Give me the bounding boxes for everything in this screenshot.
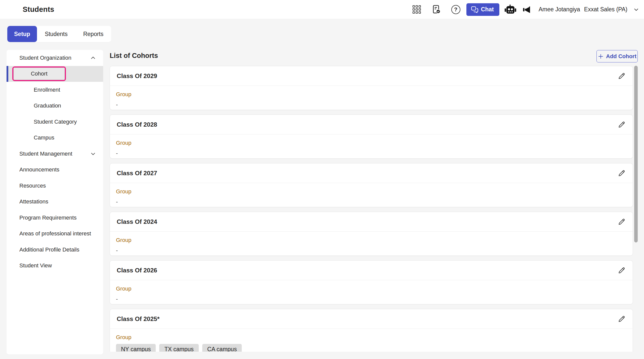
cohort-card: Class Of 2027 Group - [110, 163, 633, 207]
top-bar: Students ? Chat [0, 0, 644, 19]
group-label: Group [116, 334, 633, 341]
add-cohort-button[interactable]: Add Cohort [596, 50, 638, 62]
cohort-list: Class Of 2029 Group - Class Of 2028 Grou… [110, 66, 633, 352]
menu-icon[interactable] [7, 7, 15, 13]
chat-button[interactable]: Chat [466, 3, 499, 16]
group-label: Group [116, 237, 633, 243]
sidebar-section-student-organization[interactable]: Student Organization [7, 50, 103, 66]
topbar-actions: ? Chat [412, 3, 639, 16]
cohort-name: Class Of 2024 [117, 218, 157, 225]
group-chips: NY campus TX campus CA campus [116, 344, 633, 352]
group-label: Group [116, 188, 633, 195]
group-label: Group [116, 91, 633, 98]
group-chip: CA campus [202, 344, 242, 352]
tasks-check-icon[interactable] [432, 5, 441, 14]
tab-setup[interactable]: Setup [7, 26, 37, 42]
cohort-highlight-annotation: Cohort [12, 66, 66, 81]
group-chip: TX campus [159, 344, 198, 352]
chat-bubbles-icon [471, 6, 478, 13]
cohort-name: Class Of 2029 [117, 73, 157, 80]
chevron-up-icon [90, 55, 96, 61]
chevron-down-icon [633, 6, 639, 13]
tab-students[interactable]: Students [37, 26, 75, 42]
group-value: - [116, 150, 633, 157]
sidebar-item-campus[interactable]: Campus [7, 130, 103, 146]
sidebar-item-student-view[interactable]: Student View [7, 258, 103, 274]
apps-grid-icon[interactable] [412, 6, 422, 13]
tab-reports[interactable]: Reports [75, 26, 111, 42]
plus-icon [598, 53, 604, 59]
sidebar-section-student-management[interactable]: Student Management [7, 146, 103, 162]
group-value: - [116, 296, 633, 302]
sidebar-item-resources[interactable]: Resources [7, 178, 103, 194]
group-label: Group [116, 140, 633, 146]
cohort-card: Class Of 2028 Group - [110, 115, 633, 159]
sidebar-item-program-requirements[interactable]: Program Requirements [7, 210, 103, 226]
chat-button-label: Chat [481, 6, 494, 13]
cohort-name: Class Of 2027 [117, 170, 157, 177]
vertical-scrollbar[interactable] [634, 66, 638, 242]
cohort-name: Class Of 2028 [117, 121, 157, 128]
cohort-name: Class Of 2026 [117, 267, 157, 274]
sidebar-item-enrollment[interactable]: Enrollment [7, 82, 103, 98]
account-name: Exxat Sales (PA) [584, 6, 627, 13]
module-tabs: Setup Students Reports [7, 26, 111, 42]
sidebar-item-additional-profile-details[interactable]: Additional Profile Details [7, 242, 103, 258]
megaphone-icon[interactable] [522, 5, 532, 14]
page-title: Students [23, 5, 54, 14]
sidebar-item-attestations[interactable]: Attestations [7, 194, 103, 210]
robot-icon[interactable] [504, 4, 516, 15]
sidebar-item-student-category[interactable]: Student Category [7, 114, 103, 130]
sidebar-item-cohort[interactable]: Cohort [7, 66, 103, 82]
sidebar-item-graduation[interactable]: Graduation [7, 98, 103, 114]
sidebar-item-announcements[interactable]: Announcements [7, 162, 103, 178]
help-icon[interactable]: ? [451, 5, 461, 15]
group-value: - [116, 247, 633, 254]
cohort-card: Class Of 2025* Group NY campus TX campus… [110, 309, 633, 352]
cohort-name: Class Of 2025* [117, 315, 159, 322]
group-chip: NY campus [116, 344, 156, 352]
user-name: Amee Jotangiya [539, 6, 580, 13]
group-value: - [116, 101, 633, 108]
edit-cohort-button[interactable] [617, 217, 627, 227]
sidebar-item-areas-of-professional-interest[interactable]: Areas of professional interest [7, 226, 103, 242]
cohort-card: Class Of 2026 Group - [110, 260, 633, 304]
setup-sidebar: Student Organization Cohort Enrollment G… [7, 50, 103, 354]
edit-cohort-button[interactable] [617, 71, 627, 81]
account-menu[interactable]: Amee Jotangiya Exxat Sales (PA) [539, 6, 639, 13]
group-value: - [116, 199, 633, 205]
chevron-down-icon [90, 151, 96, 157]
cohort-card: Class Of 2024 Group - [110, 212, 633, 256]
add-cohort-label: Add Cohort [606, 53, 636, 60]
edit-cohort-button[interactable] [617, 314, 627, 324]
edit-cohort-button[interactable] [617, 265, 627, 275]
edit-cohort-button[interactable] [617, 120, 627, 130]
cohort-card: Class Of 2029 Group - [110, 66, 633, 110]
edit-cohort-button[interactable] [617, 168, 627, 178]
group-label: Group [116, 285, 633, 292]
list-title: List of Cohorts [110, 52, 158, 60]
